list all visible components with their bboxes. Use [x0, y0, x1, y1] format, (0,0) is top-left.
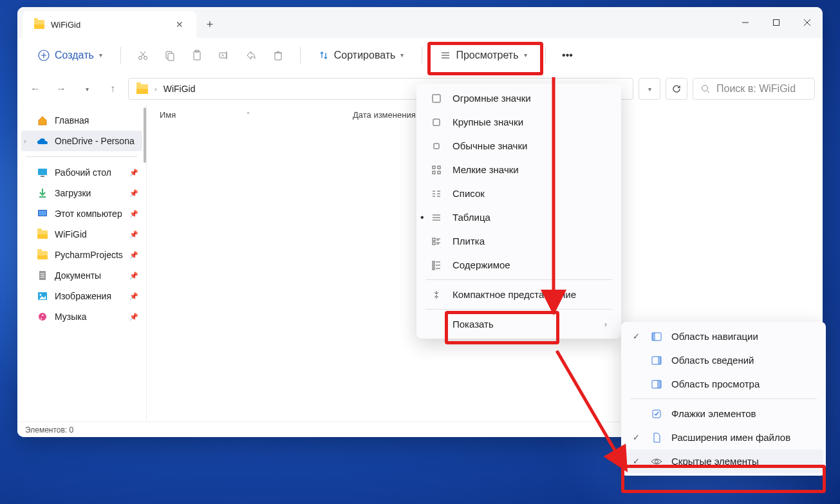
address-dropdown-button[interactable]: ▾: [639, 78, 660, 100]
column-name[interactable]: Имя ˄: [160, 110, 353, 120]
separator: [545, 47, 546, 64]
new-tab-button[interactable]: +: [196, 11, 223, 38]
large-icon: [431, 117, 442, 127]
desktop-icon: [37, 167, 48, 178]
svg-rect-59: [433, 261, 434, 263]
menu-item-list[interactable]: Список: [419, 182, 619, 205]
menu-label: Плитка: [453, 236, 485, 247]
delete-button[interactable]: [266, 44, 290, 67]
window-controls: [730, 7, 823, 38]
image-icon: [37, 291, 48, 301]
view-button[interactable]: Просмотреть ▾: [433, 46, 534, 65]
sidebar-item-pycharm[interactable]: PycharmProjects 📌: [17, 245, 146, 265]
svg-point-36: [39, 313, 46, 321]
svg-rect-68: [658, 357, 661, 364]
menu-item-tiles[interactable]: Плитка: [419, 229, 619, 253]
recent-button[interactable]: ▾: [77, 79, 97, 99]
details-icon: [431, 212, 442, 223]
create-label: Создать: [55, 50, 94, 61]
svg-point-72: [655, 460, 658, 463]
view-label: Просмотреть: [456, 50, 518, 61]
copy-button[interactable]: [158, 44, 182, 67]
menu-item-show[interactable]: Показать›: [419, 312, 619, 336]
back-button[interactable]: ←: [25, 79, 46, 99]
menu-label: Область сведений: [671, 355, 754, 366]
sidebar-item-desktop[interactable]: Рабочий стол 📌: [17, 162, 146, 183]
paste-button[interactable]: [185, 44, 209, 67]
menu-label: Огромные значки: [453, 93, 531, 104]
cloud-icon: [37, 136, 48, 146]
sort-button[interactable]: Сортировать ▾: [311, 46, 412, 65]
sidebar-item-music[interactable]: Музыка 📌: [17, 306, 146, 327]
menu-item-details-pane[interactable]: Область сведений: [624, 348, 823, 372]
tab-close-button[interactable]: ✕: [173, 17, 186, 32]
sidebar-item-documents[interactable]: Документы 📌: [17, 265, 146, 286]
menu-item-preview-pane[interactable]: Область просмотра: [624, 372, 823, 396]
menu-label: Скрытые элементы: [671, 456, 759, 467]
sidebar-item-home[interactable]: Главная: [17, 110, 146, 131]
search-placeholder: Поиск в: WiFiGid: [716, 83, 796, 95]
more-button[interactable]: •••: [556, 44, 579, 67]
column-label: Имя: [160, 110, 176, 120]
tab-title: WiFiGid: [51, 20, 80, 30]
menu-item-nav-pane[interactable]: ✓Область навигации: [624, 324, 823, 348]
menu-item-hidden-items[interactable]: ✓Скрытые элементы: [624, 449, 823, 473]
sidebar-label: PycharmProjects: [55, 250, 123, 260]
menu-item-content[interactable]: Содержимое: [419, 253, 619, 277]
sidebar: Главная › OneDrive - Personal Рабочий ст…: [17, 105, 146, 422]
forward-button[interactable]: →: [51, 79, 71, 99]
tab-wifigid[interactable]: WiFiGid ✕: [23, 11, 196, 38]
column-date[interactable]: Дата изменения: [353, 110, 416, 120]
menu-item-medium-icons[interactable]: Обычные значки: [419, 134, 619, 158]
sidebar-item-wifigid[interactable]: WiFiGid 📌: [17, 224, 146, 245]
minimize-button[interactable]: [730, 7, 761, 38]
svg-rect-27: [41, 176, 44, 177]
sidebar-item-onedrive[interactable]: › OneDrive - Personal: [21, 131, 142, 151]
menu-item-compact[interactable]: Компактное представление: [419, 283, 619, 306]
cut-button[interactable]: [131, 44, 154, 67]
chevron-right-icon[interactable]: ›: [24, 137, 26, 145]
toolbar: Создать ▾ A Сортировать ▾ Просмотреть ▾ …: [17, 38, 823, 73]
maximize-button[interactable]: [761, 7, 792, 38]
create-button[interactable]: Создать ▾: [30, 46, 110, 65]
chevron-down-icon: ▾: [99, 51, 102, 59]
sidebar-label: Главная: [55, 115, 89, 126]
rename-button[interactable]: A: [212, 44, 236, 67]
menu-label: Показать: [453, 319, 494, 330]
svg-line-10: [140, 51, 145, 57]
menu-label: Таблица: [453, 212, 490, 223]
search-box[interactable]: Поиск в: WiFiGid: [693, 78, 815, 100]
separator: [120, 47, 121, 64]
close-button[interactable]: [792, 7, 823, 38]
download-icon: [37, 188, 48, 198]
up-button[interactable]: ↑: [102, 79, 123, 99]
address-segment[interactable]: WiFiGid: [163, 84, 196, 94]
svg-rect-53: [433, 238, 435, 241]
list-icon: [431, 189, 442, 199]
share-button[interactable]: [239, 44, 263, 67]
chevron-right-icon: ›: [154, 85, 157, 93]
menu-item-small-icons[interactable]: Мелкие значки: [419, 158, 619, 182]
refresh-button[interactable]: [666, 78, 687, 100]
svg-rect-66: [652, 333, 655, 341]
menu-item-item-checkboxes[interactable]: Флажки элементов: [624, 402, 823, 425]
refresh-icon: [671, 84, 682, 94]
menu-item-details[interactable]: Таблица: [419, 205, 619, 229]
sidebar-item-images[interactable]: Изображения 📌: [17, 286, 146, 306]
svg-rect-63: [433, 268, 434, 270]
menu-item-large-icons[interactable]: Крупные значки: [419, 110, 619, 134]
sidebar-item-thispc[interactable]: Этот компьютер 📌: [17, 203, 146, 224]
svg-rect-18: [275, 53, 281, 60]
separator: [422, 47, 422, 64]
menu-label: Мелкие значки: [453, 164, 519, 175]
menu-item-extra-large-icons[interactable]: Огромные значки: [419, 86, 619, 110]
svg-rect-37: [433, 95, 440, 102]
titlebar: WiFiGid ✕ +: [17, 7, 823, 38]
sidebar-item-downloads[interactable]: Загрузки 📌: [17, 183, 146, 203]
copy-icon: [164, 50, 176, 61]
menu-item-extensions[interactable]: ✓Расширения имен файлов: [624, 425, 823, 449]
pin-icon: 📌: [129, 169, 138, 177]
svg-rect-70: [657, 380, 661, 388]
folder-icon: [37, 250, 48, 260]
svg-rect-38: [433, 119, 440, 126]
